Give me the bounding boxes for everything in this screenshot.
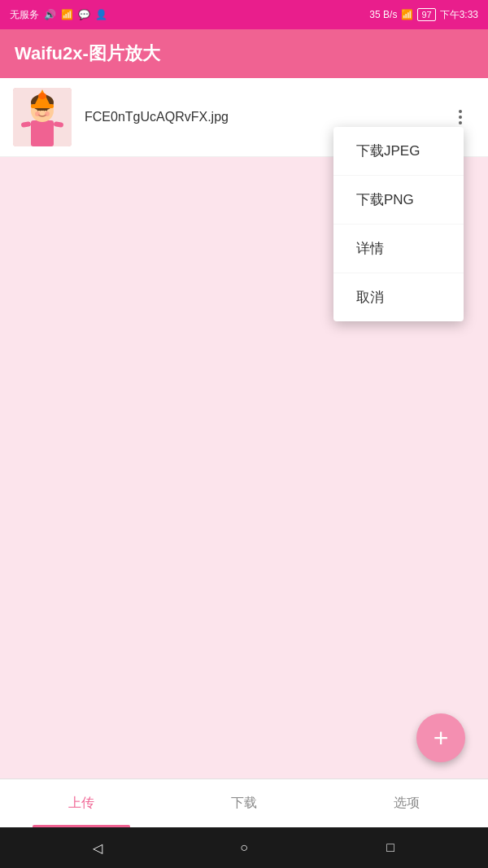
home-icon: ○ — [240, 840, 248, 855]
home-button[interactable]: ○ — [232, 835, 256, 860]
menu-label-details: 详情 — [356, 241, 384, 256]
back-icon: ◁ — [93, 840, 102, 856]
menu-label-download-jpeg: 下载JPEG — [356, 143, 420, 159]
menu-label-cancel: 取消 — [356, 290, 384, 305]
recent-button[interactable]: □ — [378, 835, 403, 860]
file-name: FCE0nTgUcAQRvFX.jpg — [85, 110, 229, 124]
app-bar: Waifu2x-图片放大 — [0, 29, 488, 78]
svg-point-8 — [45, 111, 50, 116]
context-menu: 下载JPEG 下载PNG 详情 取消 — [333, 127, 464, 321]
menu-label-download-png: 下载PNG — [356, 192, 414, 207]
file-info: FCE0nTgUcAQRvFX.jpg — [85, 110, 446, 124]
status-left: 无服务 🔊 📶 💬 👤 — [10, 8, 107, 22]
battery-value: 97 — [421, 10, 431, 20]
time-text: 下午3:33 — [440, 8, 478, 22]
fab-icon: + — [434, 723, 449, 753]
file-thumbnail — [13, 88, 72, 146]
app-title: Waifu2x-图片放大 — [15, 41, 160, 66]
dot-3 — [459, 121, 462, 124]
nav-tab-upload-label: 上传 — [68, 795, 94, 812]
nav-tab-download[interactable]: 下载 — [163, 779, 325, 827]
speed-text: 35 B/s — [369, 9, 397, 20]
nav-tab-options-label: 选项 — [394, 795, 420, 812]
menu-item-download-jpeg[interactable]: 下载JPEG — [333, 127, 464, 176]
system-nav: ◁ ○ □ — [0, 827, 488, 868]
status-right: 35 B/s 📶 97 下午3:33 — [369, 8, 478, 22]
wechat-icon: 💬 — [78, 9, 90, 20]
menu-item-details[interactable]: 详情 — [333, 225, 464, 273]
recent-icon: □ — [386, 840, 394, 855]
svg-point-7 — [35, 111, 40, 116]
svg-rect-1 — [31, 120, 54, 146]
menu-item-download-png[interactable]: 下载PNG — [333, 176, 464, 225]
dot-2 — [459, 116, 462, 119]
speaker-icon: 🔊 — [44, 9, 56, 20]
user-icon: 👤 — [95, 9, 107, 20]
nav-tab-download-label: 下载 — [231, 795, 257, 812]
dot-1 — [459, 110, 462, 113]
svg-point-6 — [38, 93, 46, 99]
bottom-nav: 上传 下载 选项 — [0, 779, 488, 827]
menu-item-cancel[interactable]: 取消 — [333, 273, 464, 321]
back-button[interactable]: ◁ — [85, 835, 110, 860]
fab-button[interactable]: + — [416, 713, 465, 762]
battery-indicator: 97 — [417, 8, 435, 21]
nav-tab-upload[interactable]: 上传 — [0, 779, 163, 827]
wifi-icon: 📶 — [401, 9, 413, 20]
no-service-text: 无服务 — [10, 8, 39, 22]
nav-tab-options[interactable]: 选项 — [325, 779, 488, 827]
main-content: FCE0nTgUcAQRvFX.jpg 下载JPEG 下载PNG 详情 取消 + — [0, 78, 488, 779]
svg-rect-5 — [31, 104, 54, 108]
signal-icon: 📶 — [61, 9, 73, 20]
status-bar: 无服务 🔊 📶 💬 👤 35 B/s 📶 97 下午3:33 — [0, 0, 488, 29]
